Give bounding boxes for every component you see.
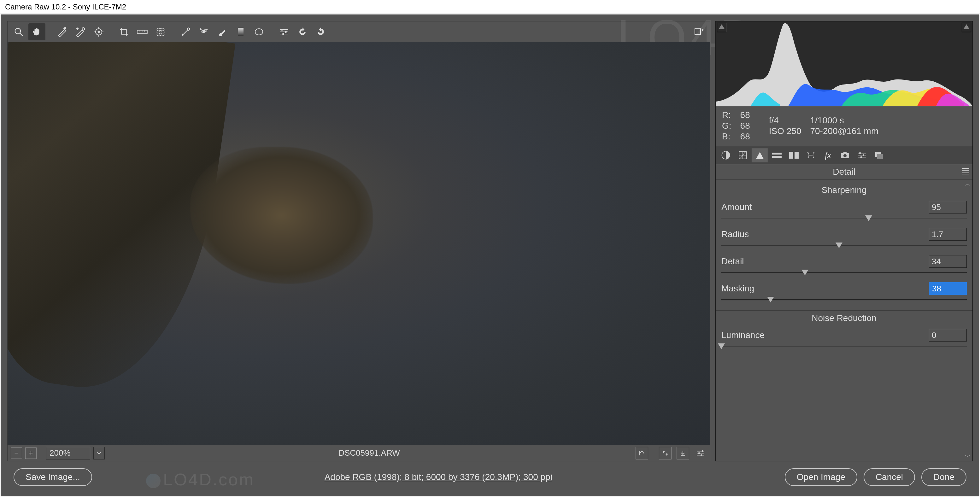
svg-point-25 (255, 29, 263, 35)
svg-rect-44 (772, 156, 781, 158)
svg-rect-10 (137, 30, 147, 33)
scroll-up-icon[interactable]: ︿ (965, 180, 970, 187)
tab-hsl-icon[interactable] (769, 148, 785, 162)
g-label: G: (722, 121, 732, 131)
crop-tool-icon[interactable] (115, 23, 132, 40)
iso-value: ISO 250 (769, 126, 802, 136)
done-button[interactable]: Done (921, 468, 966, 486)
tab-snapshots-icon[interactable] (871, 148, 887, 162)
r-value: 68 (740, 110, 750, 120)
sharpening-heading: Sharpening (721, 185, 967, 195)
luminance-row: Luminance 0 (721, 329, 967, 341)
masking-label: Masking (721, 284, 754, 294)
rotate-cw-icon[interactable] (312, 23, 329, 40)
toggle-mark-button[interactable] (636, 447, 648, 459)
svg-point-20 (187, 28, 190, 30)
svg-point-54 (863, 154, 864, 156)
detail-value[interactable]: 34 (929, 255, 967, 268)
radial-filter-tool-icon[interactable] (250, 23, 267, 40)
open-image-button[interactable]: Open Image (785, 468, 857, 486)
amount-row: Amount 95 (721, 201, 967, 213)
svg-rect-57 (877, 154, 883, 159)
workflow-options-link[interactable]: Adobe RGB (1998); 8 bit; 6000 by 3376 (2… (325, 472, 552, 482)
adjustment-brush-tool-icon[interactable] (214, 23, 231, 40)
red-eye-tool-icon[interactable] (196, 23, 213, 40)
window-title: Camera Raw 10.2 - Sony ILCE-7M2 (5, 3, 126, 11)
hand-tool-icon[interactable] (29, 23, 45, 40)
masking-slider[interactable] (721, 296, 967, 304)
b-label: B: (722, 132, 732, 141)
panel-tabs: fx (715, 146, 973, 164)
radius-value[interactable]: 1.7 (929, 228, 967, 241)
svg-line-1 (20, 33, 23, 36)
shutter-value: 1/1000 s (810, 116, 878, 125)
tab-lens-icon[interactable] (803, 148, 819, 162)
radius-slider[interactable] (721, 242, 967, 249)
luminance-label: Luminance (721, 330, 765, 340)
rotate-ccw-icon[interactable] (294, 23, 311, 40)
color-sampler-tool-icon[interactable]: + (72, 23, 89, 40)
transform-tool-icon[interactable] (152, 23, 169, 40)
masking-row: Masking 38 (721, 282, 967, 295)
tab-basic-icon[interactable] (718, 148, 734, 162)
svg-point-2 (82, 27, 84, 30)
footer-bar: LO4D.com Save Image... Adobe RGB (1998);… (7, 461, 973, 490)
zoom-out-button[interactable]: − (11, 448, 22, 459)
svg-rect-43 (772, 152, 781, 154)
svg-rect-15 (157, 28, 164, 35)
g-value: 68 (740, 121, 750, 131)
panel-title: Detail (833, 167, 856, 177)
image-preview[interactable] (7, 42, 710, 445)
checkpoint-button[interactable] (676, 447, 689, 459)
preview-settings-icon[interactable] (694, 447, 707, 459)
svg-point-36 (702, 450, 703, 452)
spot-removal-tool-icon[interactable] (177, 23, 194, 40)
app-window: Camera Raw 10.2 - Sony ILCE-7M2 LO4D.com… (0, 0, 980, 497)
tab-split-icon[interactable] (786, 148, 802, 162)
svg-point-5 (98, 31, 100, 32)
save-image-button[interactable]: Save Image... (14, 468, 92, 486)
graduated-filter-tool-icon[interactable] (232, 23, 249, 40)
zoom-level-select[interactable]: 200% (46, 447, 90, 459)
straighten-tool-icon[interactable] (134, 23, 151, 40)
radius-label: Radius (721, 229, 749, 239)
amount-value[interactable]: 95 (929, 201, 967, 213)
detail-slider[interactable] (721, 269, 967, 276)
tab-camera-icon[interactable] (837, 148, 853, 162)
targeted-adjustment-tool-icon[interactable] (90, 23, 107, 40)
zoom-in-button[interactable]: + (25, 448, 37, 459)
tab-presets-icon[interactable] (854, 148, 870, 162)
zoom-tool-icon[interactable] (10, 23, 27, 40)
white-balance-tool-icon[interactable] (54, 23, 71, 40)
b-value: 68 (740, 132, 750, 141)
svg-point-48 (843, 154, 846, 157)
luminance-slider[interactable] (721, 343, 967, 350)
amount-label: Amount (721, 202, 752, 212)
fullscreen-toggle-icon[interactable] (690, 23, 708, 40)
luminance-value[interactable]: 0 (929, 329, 967, 341)
tab-fx-icon[interactable]: fx (820, 148, 836, 162)
title-bar: Camera Raw 10.2 - Sony ILCE-7M2 (0, 0, 980, 14)
left-column: + (7, 21, 710, 461)
exif-readout: R:68 G:68 B:68 f/41/1000 s ISO 25070-200… (715, 106, 973, 146)
svg-rect-49 (843, 152, 846, 154)
panel-title-bar: Detail (715, 164, 973, 179)
main-area: + (7, 21, 973, 461)
amount-slider[interactable] (721, 215, 967, 222)
histogram[interactable] (715, 21, 973, 106)
right-panel: R:68 G:68 B:68 f/41/1000 s ISO 25070-200… (715, 21, 973, 461)
scroll-down-icon[interactable]: ﹀ (965, 453, 970, 460)
zoom-dropdown-icon[interactable] (93, 447, 105, 459)
swap-button[interactable] (659, 447, 671, 459)
preferences-icon[interactable] (276, 23, 293, 40)
svg-point-53 (859, 152, 861, 154)
detail-row: Detail 34 (721, 255, 967, 268)
tab-curve-icon[interactable] (735, 148, 751, 162)
app-frame: LO4D.com + (1, 14, 979, 496)
masking-value[interactable]: 38 (929, 282, 967, 295)
cancel-button[interactable]: Cancel (864, 468, 915, 486)
svg-point-21 (203, 30, 205, 32)
panel-menu-icon[interactable] (963, 168, 969, 175)
detail-label: Detail (721, 256, 744, 267)
tab-detail-icon[interactable] (752, 148, 768, 162)
